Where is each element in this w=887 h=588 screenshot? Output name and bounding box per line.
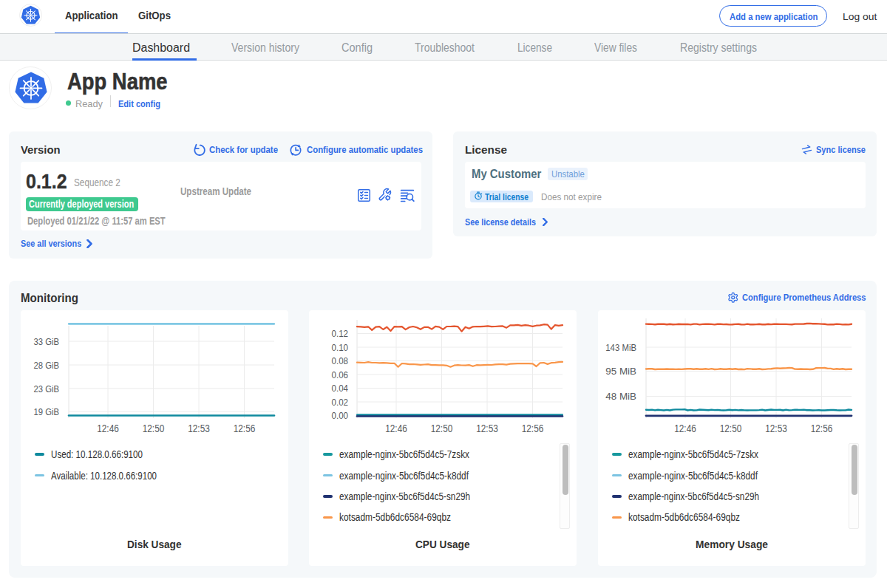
svg-text:28 GiB: 28 GiB	[34, 360, 60, 371]
svg-text:0.10: 0.10	[332, 342, 349, 353]
svg-text:12:53: 12:53	[476, 422, 498, 434]
svg-text:12:50: 12:50	[143, 422, 165, 434]
svg-text:19 GiB: 19 GiB	[34, 406, 60, 417]
svg-text:12:46: 12:46	[385, 422, 407, 434]
svg-text:33 GiB: 33 GiB	[34, 336, 60, 347]
svg-text:12:53: 12:53	[765, 422, 787, 434]
svg-text:12:56: 12:56	[811, 422, 833, 434]
svg-text:12:50: 12:50	[720, 422, 742, 434]
svg-text:95 MiB: 95 MiB	[605, 366, 636, 377]
svg-text:12:53: 12:53	[188, 422, 210, 434]
svg-text:0.12: 0.12	[332, 328, 349, 339]
svg-text:12:56: 12:56	[234, 422, 256, 434]
svg-text:143 MiB: 143 MiB	[605, 342, 636, 353]
svg-text:12:56: 12:56	[522, 422, 544, 434]
svg-text:12:50: 12:50	[431, 422, 453, 434]
svg-text:0.04: 0.04	[332, 383, 349, 394]
svg-text:23 GiB: 23 GiB	[34, 383, 60, 394]
svg-text:12:46: 12:46	[97, 422, 119, 434]
svg-text:12:46: 12:46	[674, 422, 696, 434]
svg-text:0.00: 0.00	[332, 410, 349, 421]
svg-text:0.06: 0.06	[332, 369, 349, 380]
svg-text:0.08: 0.08	[332, 355, 349, 366]
svg-text:48 MiB: 48 MiB	[605, 391, 636, 402]
svg-text:0.02: 0.02	[332, 397, 349, 408]
